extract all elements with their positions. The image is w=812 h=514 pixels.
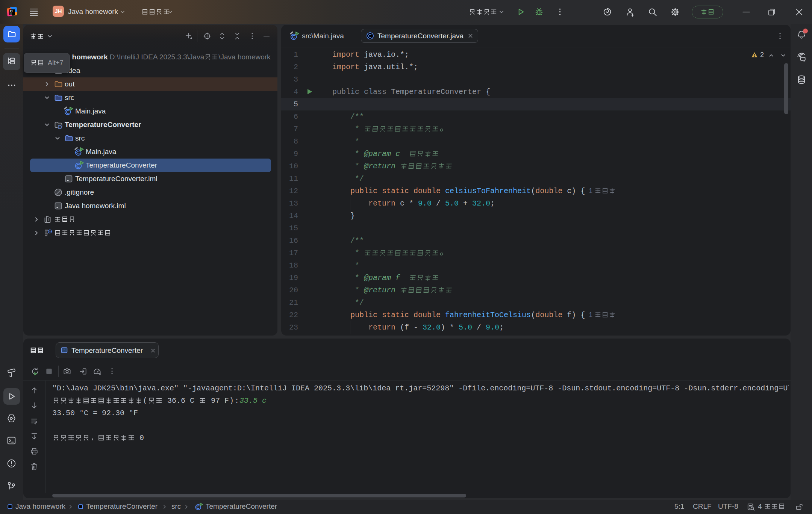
svg-text:IJ: IJ bbox=[10, 9, 13, 13]
